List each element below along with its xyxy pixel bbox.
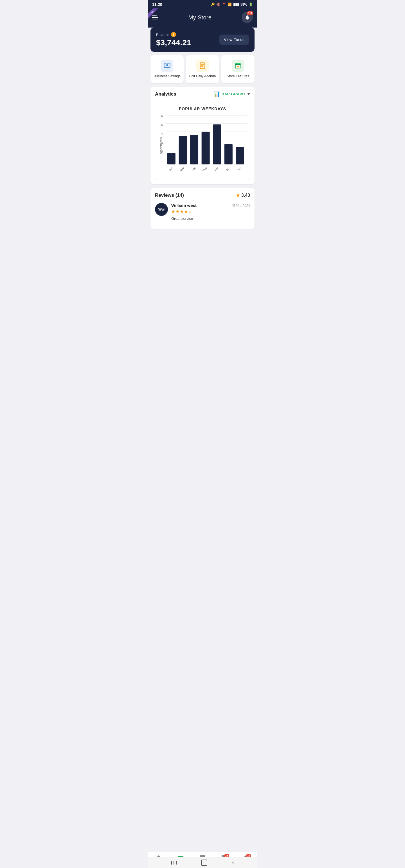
agenda-icon [199, 62, 206, 70]
svg-rect-21 [190, 135, 198, 164]
review-date: 15 Mar 2024 [231, 204, 250, 208]
review-meta: William west 15 Mar 2024 [171, 203, 250, 209]
chart-icon: 📊 [214, 91, 220, 97]
svg-text:Wed: Wed [202, 166, 208, 172]
battery-display: 59% [240, 3, 247, 6]
reviewer-name: William west [171, 203, 197, 208]
business-settings-icon-wrapper [161, 60, 173, 72]
analytics-title: Analytics [155, 91, 176, 97]
review-content: William west 15 Mar 2024 ★★★★☆ Great ser… [171, 203, 250, 221]
rating-star-icon: ★ [236, 192, 240, 198]
time-display: 11:20 [152, 2, 162, 7]
svg-rect-23 [213, 124, 221, 164]
settings-icon [163, 62, 171, 70]
bell-icon [244, 14, 250, 20]
svg-rect-22 [202, 131, 210, 164]
svg-text:Fri: Fri [226, 167, 230, 171]
y-axis-title: Appointments [160, 137, 163, 154]
chart-container: POPULAR WEEKDAYS 60 50 40 30 20 10 0 App… [155, 102, 250, 180]
svg-text:Sun: Sun [168, 166, 174, 172]
analytics-header: Analytics 📊 BAR GRAPH [155, 91, 250, 97]
battery-icon: 🔋 [249, 3, 253, 6]
svg-rect-20 [179, 136, 187, 164]
rating-value: 3.43 [241, 193, 250, 198]
status-bar: 11:20 🔑 🔇 📍 📶 ▮▮▮ 59% 🔋 [148, 0, 257, 8]
analytics-section: Analytics 📊 BAR GRAPH POPULAR WEEKDAYS 6… [150, 87, 255, 184]
review-stars: ★★★★☆ [171, 209, 250, 214]
review-item: Ww William west 15 Mar 2024 ★★★★☆ Great … [155, 203, 250, 224]
menu-button[interactable] [152, 16, 158, 20]
business-settings-card[interactable]: Business Settings [150, 55, 184, 83]
signal-icon: ▮▮▮ [233, 3, 239, 6]
balance-info-button[interactable]: i [171, 32, 176, 37]
svg-rect-24 [225, 144, 233, 164]
edit-daily-agenda-label: Edit Daily Agenda [189, 74, 216, 79]
svg-text:Tue: Tue [191, 166, 196, 172]
review-text: Great service [171, 216, 250, 221]
balance-label: Balance i [156, 32, 191, 37]
bar-chart-svg: Sun Mon Tue Wed Thu Fri Sat [166, 115, 248, 176]
reviewer-avatar: Ww [155, 203, 168, 216]
status-icons: 🔑 🔇 📍 📶 ▮▮▮ 59% 🔋 [211, 3, 253, 6]
reviews-header: Reviews (14) ★ 3.43 [155, 192, 250, 198]
svg-text:Mon: Mon [179, 166, 185, 172]
svg-rect-7 [201, 66, 203, 67]
svg-rect-6 [201, 65, 203, 66]
reviews-title: Reviews (14) [155, 192, 184, 198]
wifi-icon: 📶 [228, 3, 232, 6]
svg-text:Thu: Thu [213, 166, 219, 172]
reviews-section: Reviews (14) ★ 3.43 Ww William west 15 M… [150, 188, 255, 229]
location-icon: 📍 [222, 3, 226, 6]
page-title: My Store [189, 14, 211, 21]
store-features-label: Store Features [227, 74, 249, 79]
svg-rect-5 [201, 64, 204, 65]
balance-info: Balance i $3,744.21 [156, 32, 191, 47]
store-features-icon-wrapper [232, 60, 244, 72]
header: AD My Store 112 [148, 8, 257, 28]
business-settings-label: Business Settings [153, 74, 180, 79]
quick-actions: Business Settings Edit Daily Agenda [150, 55, 255, 83]
svg-rect-25 [236, 147, 244, 164]
edit-daily-agenda-card[interactable]: Edit Daily Agenda [186, 55, 219, 83]
agenda-icon-wrapper [196, 60, 209, 72]
balance-card: Balance i $3,744.21 View Funds [150, 28, 255, 52]
mute-icon: 🔇 [216, 3, 221, 6]
chart-type-button[interactable]: 📊 BAR GRAPH [214, 91, 250, 97]
store-features-card[interactable]: Store Features [221, 55, 255, 83]
notification-badge: 112 [247, 11, 253, 15]
svg-rect-11 [235, 64, 241, 65]
store-icon [234, 62, 242, 70]
chart-title: POPULAR WEEKDAYS [157, 106, 248, 111]
balance-amount: $3,744.21 [156, 38, 191, 47]
notification-button[interactable]: 112 [241, 12, 253, 23]
svg-rect-19 [167, 153, 175, 164]
rating-display: ★ 3.43 [236, 192, 250, 198]
chart-type-label: BAR GRAPH [222, 92, 245, 96]
view-funds-button[interactable]: View Funds [220, 35, 249, 45]
svg-text:Sat: Sat [236, 166, 241, 172]
chevron-down-icon [247, 93, 250, 95]
key-icon: 🔑 [211, 3, 215, 6]
bars-area: Sun Mon Tue Wed Thu Fri Sat [166, 115, 248, 177]
